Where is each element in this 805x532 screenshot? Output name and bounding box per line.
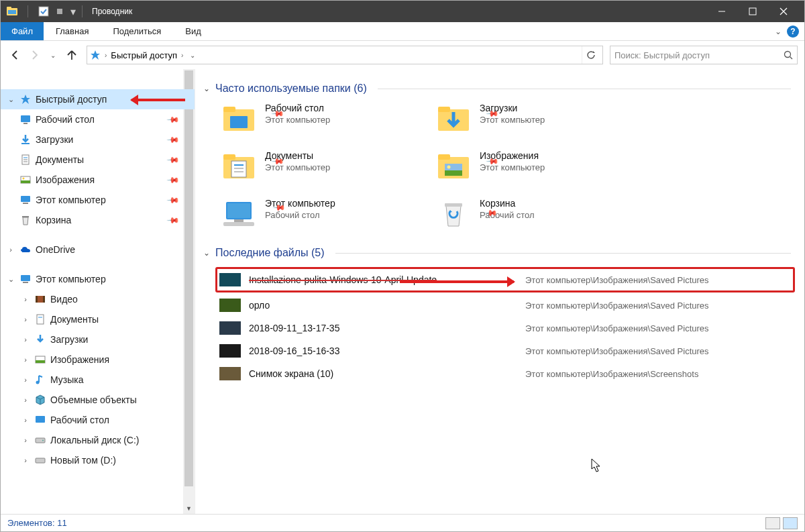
tab-home[interactable]: Главная	[44, 22, 101, 40]
thumbnails-view-button[interactable]	[783, 517, 798, 529]
collapse-icon[interactable]: ⌄	[203, 84, 210, 93]
svg-rect-42	[230, 116, 248, 128]
recycle-bin-icon	[19, 214, 32, 226]
maximize-button[interactable]	[737, 1, 768, 22]
sidebar-item-documents[interactable]: › Документы	[1, 309, 195, 329]
file-path: Этот компьютер\Изображения\Saved Picture…	[525, 301, 709, 311]
svg-rect-36	[36, 416, 45, 423]
svg-rect-44	[438, 107, 450, 112]
folder-item-this-pc[interactable]: Этот компьютер Рабочий стол 📌	[221, 198, 429, 233]
expander-icon[interactable]: ›	[21, 376, 30, 384]
sidebar-item-drive-c[interactable]: › Локальный диск (C:)	[1, 430, 195, 450]
sidebar-item-label: Изображения	[36, 174, 95, 185]
expander-icon[interactable]: ›	[21, 335, 30, 343]
file-path: Этот компьютер\Изображения\Saved Picture…	[525, 275, 709, 285]
pin-icon: 📌	[166, 133, 180, 147]
divider	[335, 253, 791, 254]
qat-dropdown[interactable]	[56, 8, 63, 15]
minimize-button[interactable]	[706, 1, 737, 22]
sidebar-item-this-pc-pinned[interactable]: Этот компьютер 📌	[1, 190, 195, 210]
help-icon[interactable]: ?	[787, 25, 799, 38]
sidebar-item-videos[interactable]: › Видео	[1, 289, 195, 309]
sidebar-item-pictures[interactable]: Изображения 📌	[1, 170, 195, 190]
documents-icon	[34, 313, 46, 325]
refresh-button[interactable]	[582, 46, 600, 64]
breadcrumb-separator[interactable]: ›	[105, 52, 107, 59]
expander-icon[interactable]: ›	[21, 456, 30, 464]
svg-rect-21	[21, 180, 30, 183]
expander-icon[interactable]: ⌄	[6, 95, 15, 104]
expander-icon[interactable]: ›	[21, 315, 30, 323]
section-title: Последние файлы (5)	[215, 247, 325, 259]
ribbon-expand-icon[interactable]: ⌄	[775, 27, 782, 36]
file-name: 2018-09-16_15-16-33	[249, 345, 517, 356]
pin-icon: 📌	[166, 113, 180, 127]
sidebar-item-desktop[interactable]: › Рабочий стол	[1, 410, 195, 430]
file-row[interactable]: 2018-09-16_15-16-33 Этот компьютер\Изобр…	[219, 339, 791, 362]
folder-item-documents[interactable]: Документы Этот компьютер 📌	[221, 150, 429, 186]
file-name: орло	[249, 300, 517, 311]
collapse-icon[interactable]: ⌄	[203, 248, 210, 258]
file-row[interactable]: Installazione-pulita-Windows-10-April-Up…	[215, 267, 795, 292]
properties-icon[interactable]	[38, 5, 50, 17]
sidebar-quick-access[interactable]: ⌄ Быстрый доступ	[1, 89, 195, 109]
expander-icon[interactable]: ›	[6, 246, 15, 254]
folder-downloads-icon	[435, 103, 472, 135]
forward-button[interactable]	[26, 47, 42, 63]
breadcrumb-segment[interactable]: Быстрый доступ	[111, 50, 177, 60]
sidebar-item-downloads[interactable]: Загрузки 📌	[1, 129, 195, 150]
folder-item-desktop[interactable]: Рабочий стол Этот компьютер 📌	[221, 103, 429, 138]
frequent-folders-header[interactable]: ⌄ Часто используемые папки (6)	[203, 83, 791, 95]
content-pane: ⌄ Часто используемые папки (6) Рабочий с…	[195, 69, 804, 514]
file-row[interactable]: Снимок экрана (10) Этот компьютер\Изобра…	[219, 362, 791, 385]
search-input[interactable]: Поиск: Быстрый доступ	[610, 46, 798, 64]
recent-files-header[interactable]: ⌄ Последние файлы (5)	[203, 247, 791, 259]
back-button[interactable]	[7, 47, 23, 63]
expander-icon[interactable]: ⌄	[6, 275, 15, 284]
tab-file[interactable]: Файл	[1, 22, 44, 40]
expander-icon[interactable]: ›	[21, 356, 30, 364]
close-button[interactable]	[768, 1, 799, 22]
sidebar-item-3d-objects[interactable]: › Объемные объекты	[1, 390, 195, 410]
expander-icon[interactable]: ›	[21, 436, 30, 444]
sidebar-item-pictures[interactable]: › Изображения	[1, 350, 195, 370]
pin-icon: 📌	[166, 173, 180, 187]
pc-large-icon	[221, 198, 257, 230]
up-button[interactable]	[64, 47, 80, 63]
qat-customize[interactable]: ▾	[70, 8, 76, 15]
recent-locations-dropdown[interactable]: ⌄	[45, 47, 61, 63]
cursor-icon	[591, 458, 603, 473]
breadcrumb-separator[interactable]: ›	[181, 52, 183, 59]
svg-point-10	[785, 52, 791, 58]
sidebar-onedrive[interactable]: › OneDrive	[1, 240, 195, 260]
sidebar-item-downloads[interactable]: › Загрузки	[1, 329, 195, 350]
sidebar-item-desktop[interactable]: Рабочий стол 📌	[1, 109, 195, 129]
sidebar-item-drive-d[interactable]: › Новый том (D:)	[1, 450, 195, 470]
sidebar-item-documents[interactable]: Документы 📌	[1, 150, 195, 170]
annotation-arrow	[400, 280, 514, 283]
drive-icon	[34, 454, 46, 466]
folder-documents-icon	[221, 150, 257, 182]
sidebar-item-label: Загрузки	[36, 134, 73, 145]
details-view-button[interactable]	[765, 517, 780, 529]
file-thumbnail	[219, 367, 241, 380]
expander-icon[interactable]: ›	[21, 396, 30, 404]
tab-share[interactable]: Поделиться	[101, 22, 173, 40]
file-row[interactable]: 2018-09-11_13-17-35 Этот компьютер\Изобр…	[219, 317, 791, 339]
scroll-down-icon[interactable]: ▼	[183, 502, 195, 514]
sidebar-item-label: Загрузки	[50, 334, 88, 345]
folder-item-downloads[interactable]: Загрузки Этот компьютер 📌	[435, 103, 643, 138]
address-bar[interactable]: › Быстрый доступ › ⌄	[87, 46, 603, 64]
folder-item-recycle-bin[interactable]: Корзина Рабочий стол 📌	[435, 198, 643, 233]
address-history-dropdown[interactable]: ⌄	[187, 52, 198, 59]
sidebar-item-recycle-bin[interactable]: Корзина 📌	[1, 210, 195, 230]
expander-icon[interactable]: ›	[21, 416, 30, 424]
quick-access-toolbar: ▾	[6, 5, 76, 17]
folder-item-pictures[interactable]: Изображения Этот компьютер 📌	[435, 150, 643, 186]
sidebar-item-music[interactable]: › Музыка	[1, 370, 195, 390]
sidebar-this-pc[interactable]: ⌄ Этот компьютер	[1, 269, 195, 289]
tab-view[interactable]: Вид	[173, 22, 213, 40]
expander-icon[interactable]: ›	[21, 295, 30, 303]
pictures-icon	[19, 174, 32, 186]
file-row[interactable]: орло Этот компьютер\Изображения\Saved Pi…	[219, 294, 791, 317]
